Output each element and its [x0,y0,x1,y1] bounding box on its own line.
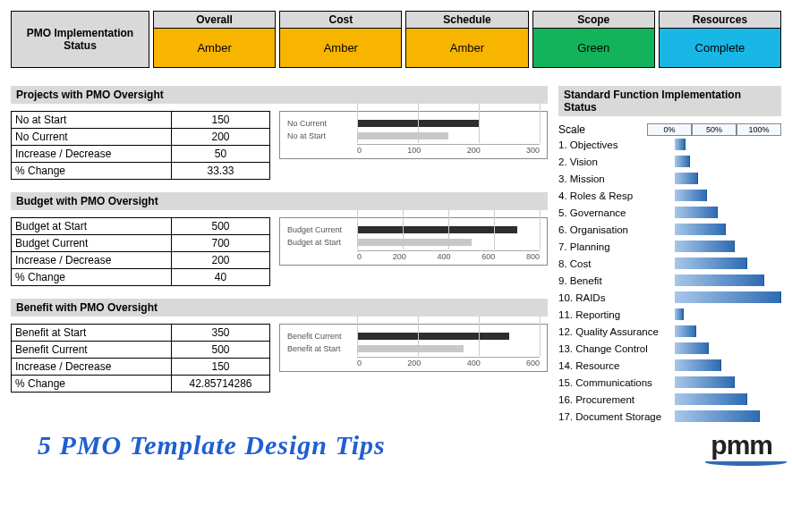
row-key: Benefit at Start [12,325,172,342]
table-row: % Change40 [12,269,270,286]
status-head: Scope [533,12,654,29]
chart-tick: 300 [526,146,540,155]
status-value: Amber [406,29,527,67]
function-label: 11. Reporting [558,309,675,320]
table-row: Benefit Current500 [12,342,270,359]
function-bar-track [675,410,781,423]
scale-tick: 50% [692,123,737,136]
function-bar [675,156,690,167]
table-row: % Change42.85714286 [12,376,270,393]
chart-track [357,345,540,352]
function-bar-track [675,223,781,236]
left-column: Projects with PMO OversightNo at Start15… [11,86,548,425]
chart-gridline [540,223,541,249]
footer-tip: 5 PMO Template Design Tips [11,430,386,460]
chart-track [357,239,540,246]
function-row: 9. Benefit [558,272,781,289]
function-label: 3. Mission [558,173,675,184]
function-row: 6. Organisation [558,221,781,238]
function-bar-track [675,393,781,406]
section-header: Projects with PMO Oversight [11,86,548,104]
function-bar [675,274,764,286]
chart-tick: 800 [526,252,540,261]
function-bar-track [675,240,781,253]
chart-series-row: Benefit at Start [287,342,540,355]
right-section-header: Standard Function Implementation Status [558,86,781,116]
chart-tick: 200 [467,146,481,155]
row-value: 200 [172,129,270,146]
chart-axis: 0200400600 [357,357,540,367]
function-label: 13. Change Control [558,343,675,354]
function-row: 4. Roles & Resp [558,187,781,204]
row-key: Increase / Decrease [12,146,172,163]
status-head: Cost [280,12,401,29]
row-value: 200 [172,252,270,269]
function-label: 6. Organisation [558,224,675,235]
function-bar-track [675,155,781,168]
function-row: 17. Document Storage [558,408,781,425]
mini-bar-chart: Benefit CurrentBenefit at Start020040060… [279,324,548,372]
function-bar [675,173,698,184]
function-label: 9. Benefit [558,275,675,286]
row-key: Budget Current [12,235,172,252]
status-head: Schedule [406,12,527,29]
block-body: Budget at Start500Budget Current700Incre… [11,217,548,286]
chart-gridline [479,116,480,143]
function-list: 1. Objectives2. Vision3. Mission4. Roles… [558,136,781,425]
table-row: Increase / Decrease50 [12,146,270,163]
function-bar [675,376,735,388]
chart-tick: 400 [437,252,450,261]
row-key: No at Start [12,112,172,129]
chart-series-label: Budget Current [287,225,357,234]
row-value: 700 [172,235,270,252]
row-key: % Change [12,163,172,180]
scale-ticks: 0%50%100% [647,123,781,136]
chart-bar [357,226,517,233]
chart-series-row: No at Start [287,130,540,142]
chart-series-label: Benefit Current [287,332,357,341]
oversight-table: Benefit at Start350Benefit Current500Inc… [11,324,270,393]
row-key: Budget at Start [12,218,172,235]
chart-series-row: No Current [287,117,540,130]
chart-track [357,132,540,139]
row-key: Increase / Decrease [12,359,172,376]
logo-text: pmm [711,430,772,460]
function-bar [675,224,726,235]
function-row: 16. Procurement [558,391,781,408]
function-label: 12. Quality Assurance [558,326,675,337]
chart-tick: 200 [393,252,406,261]
chart-tick: 600 [481,252,495,261]
chart-tick: 600 [526,359,540,367]
chart-series-label: No at Start [287,131,357,140]
function-row: 13. Change Control [558,340,781,357]
function-bar-track [675,359,781,372]
oversight-table: Budget at Start500Budget Current700Incre… [11,217,270,286]
chart-bar [357,345,464,352]
chart-series-row: Benefit Current [287,330,540,342]
scale-tick: 0% [647,123,692,136]
function-row: 15. Communications [558,374,781,391]
function-row: 7. Planning [558,238,781,255]
function-bar [675,139,686,150]
function-bar-track [675,172,781,185]
chart-bar [357,333,509,340]
logo-swoosh-icon [705,459,787,466]
mini-bar-chart: Budget CurrentBudget at Start02004006008… [279,217,548,266]
scale-label: Scale [558,123,647,136]
function-label: 1. Objectives [558,139,675,150]
status-head: Overall [154,12,275,29]
chart-series-label: No Current [287,119,357,128]
function-bar-track [675,308,781,321]
function-bar [675,241,735,252]
chart-series-label: Benefit at Start [287,344,357,353]
scale-row: Scale 0%50%100% [558,123,781,136]
function-label: 5. Governance [558,207,675,218]
oversight-block: Benefit with PMO OversightBenefit at Sta… [11,299,548,393]
function-row: 8. Cost [558,255,781,272]
row-value: 33.33 [172,163,270,180]
scale-tick: 100% [737,123,781,136]
status-value: Complete [660,29,780,67]
chart-track [357,333,540,340]
function-row: 10. RAIDs [558,289,781,306]
row-value: 350 [172,325,270,342]
